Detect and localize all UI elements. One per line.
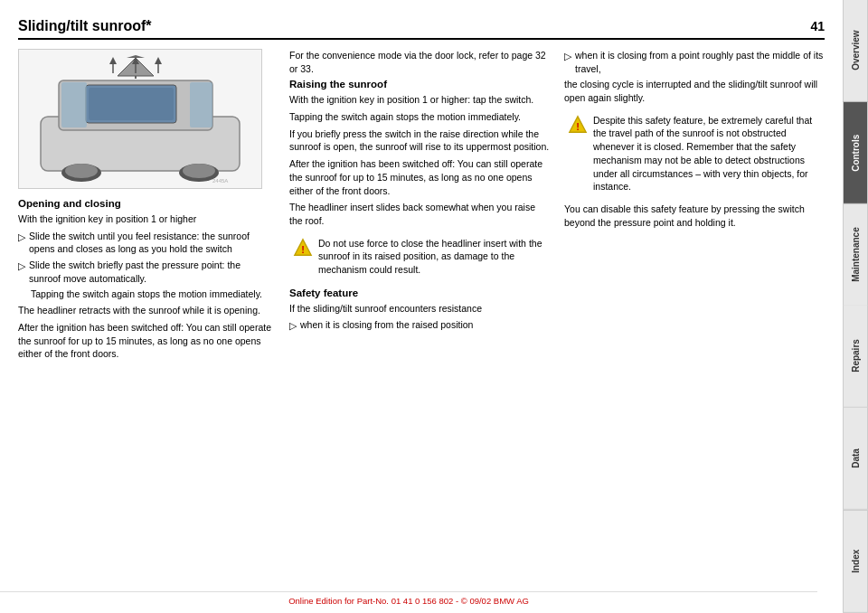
bullet-arrow-1: ▷ <box>18 231 25 244</box>
convenience-intro: For the convenience mode via the door lo… <box>289 49 550 75</box>
safety-bullet-text-2: when it is closing from a point roughly … <box>575 49 825 75</box>
svg-rect-8 <box>190 82 212 127</box>
svg-marker-18 <box>155 57 162 64</box>
svg-point-10 <box>65 164 98 178</box>
raising-heading: Raising the sunroof <box>289 79 550 90</box>
tab-overview[interactable]: Overview <box>843 0 868 102</box>
safety-heading: Safety feature <box>289 288 550 298</box>
car-roof-illustration: 2445A <box>32 53 249 184</box>
svg-text:2445A: 2445A <box>212 178 228 184</box>
svg-marker-14 <box>109 57 117 64</box>
warning-box-1: ! Do not use force to close the headline… <box>289 233 550 280</box>
page-title: Sliding/tilt sunroof* <box>18 18 152 34</box>
side-tabs: Overview Controls Maintenance Repairs Da… <box>843 0 868 613</box>
tapping-note: Tapping the switch again stops the motio… <box>18 288 271 301</box>
page-header: Sliding/tilt sunroof* 41 <box>18 18 825 40</box>
far-right-column: ▷ when it is closing from a point roughl… <box>564 49 825 364</box>
right-side: For the convenience mode via the door lo… <box>289 49 825 364</box>
tab-index[interactable]: Index <box>843 510 868 613</box>
opening-closing-heading: Opening and closing <box>18 198 271 209</box>
warning-triangle-icon-1: ! <box>293 238 313 258</box>
bullet-arrow-2: ▷ <box>18 259 25 273</box>
bullet-1: ▷ Slide the switch until you feel resist… <box>18 230 271 256</box>
svg-text:!: ! <box>576 120 580 131</box>
warning-triangle-icon-2: ! <box>568 115 588 135</box>
tab-maintenance[interactable]: Maintenance <box>843 204 868 306</box>
closing-cycle-note: the closing cycle is interrupted and the… <box>564 78 825 104</box>
safety-bullet-arrow-1: ▷ <box>289 319 297 333</box>
car-image: 2445A <box>18 49 262 189</box>
two-col-layout: 2445A Opening and closing With the ignit… <box>18 49 825 364</box>
main-content: Sliding/tilt sunroof* 41 <box>0 0 843 613</box>
footer: Online Edition for Part-No. 01 41 0 156 … <box>0 591 817 606</box>
headliner-note: The headliner retracts with the sunroof … <box>18 304 271 317</box>
raising-para3: If you briefly press the switch in the r… <box>289 127 550 154</box>
tab-controls[interactable]: Controls <box>843 102 868 204</box>
headliner-insert: The headliner insert slides back somewha… <box>289 201 550 227</box>
opening-intro: With the ignition key in position 1 or h… <box>18 212 271 226</box>
safety-bullet-arrow-2: ▷ <box>564 50 571 63</box>
ignition-off-note: After the ignition has been switched off… <box>18 321 271 361</box>
warning-box-2: ! Despite this safety feature, be extrem… <box>564 110 825 197</box>
svg-point-12 <box>183 164 215 178</box>
middle-column: For the convenience mode via the door lo… <box>289 49 550 364</box>
safety-bullet-1: ▷ when it is closing from the raised pos… <box>289 318 550 333</box>
bullet-text-1: Slide the switch until you feel resistan… <box>29 230 271 256</box>
raising-para4: After the ignition has been switched off… <box>289 157 550 197</box>
tab-data[interactable]: Data <box>843 408 868 510</box>
page-number: 41 <box>810 19 825 33</box>
safety-bullet-text-1: when it is closing from the raised posit… <box>300 318 550 332</box>
safety-intro: If the sliding/tilt sunroof encounters r… <box>289 302 550 316</box>
raising-para1: With the ignition key in position 1 or h… <box>289 93 550 107</box>
bullet-2: ▷ Slide the switch briefly past the pres… <box>18 259 271 285</box>
safety-bullet-2: ▷ when it is closing from a point roughl… <box>564 49 825 75</box>
warning-text-2: Despite this safety feature, be extremel… <box>593 114 821 193</box>
svg-rect-7 <box>61 82 87 127</box>
bullet-text-2: Slide the switch briefly past the pressu… <box>29 259 271 285</box>
svg-rect-3 <box>89 88 174 120</box>
raising-para2: Tapping the switch again stops the motio… <box>289 110 550 124</box>
svg-text:!: ! <box>301 243 305 254</box>
warning-text-1: Do not use force to close the headliner … <box>318 237 546 277</box>
tab-repairs[interactable]: Repairs <box>843 306 868 408</box>
disable-safety: You can disable this safety feature by p… <box>564 203 825 229</box>
left-column: 2445A Opening and closing With the ignit… <box>18 49 271 364</box>
